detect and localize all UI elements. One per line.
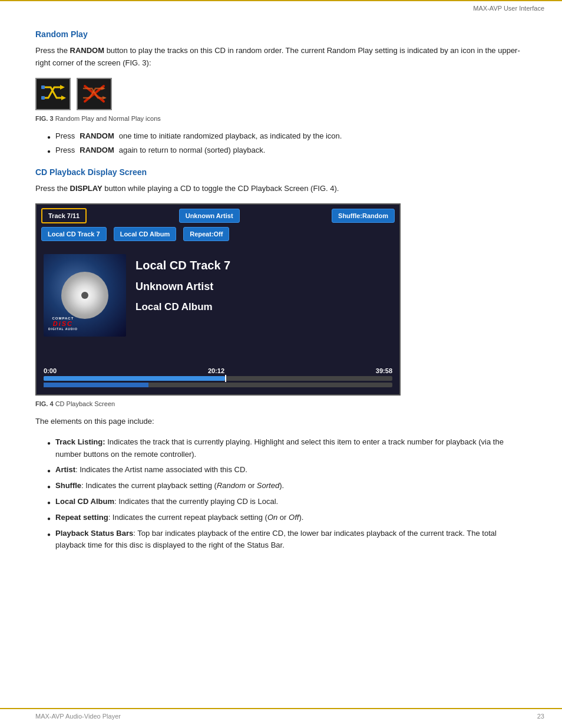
element-repeat: Repeat setting: Indicates the current re… [47,512,527,524]
section1-paragraph: Press the RANDOM button to play the trac… [35,45,527,70]
cd-second-bar: Local CD Track 7 Local CD Album Repeat:O… [37,227,399,245]
cd-progress-area: 0:00 20:12 39:58 [37,363,399,394]
random-play-bullets: Press RANDOM one time to initiate random… [47,130,527,157]
fig4-label: FIG. 4 [35,400,54,407]
repeat-button: Repeat:Off [183,227,229,241]
bullet-2: Press RANDOM again to return to normal (… [47,144,527,157]
track-button: Track 7/11 [41,208,87,223]
cd-progress-marker [225,375,226,382]
element-shuffle: Shuffle: Indicates the current playback … [47,480,527,492]
page-footer: MAX-AVP Audio-Video Player 23 [0,708,562,720]
cd-track-title: Local CD Track 7 [135,259,392,272]
cd-album-art: COMPACT DiSC DIGITAL AUDIO [44,254,126,337]
svg-rect-3 [41,85,45,89]
section1-heading: Random Play [35,29,527,39]
time-current: 20:12 [208,367,224,374]
section-cd-playback: CD Playback Display Screen Press the DIS… [35,167,527,552]
fig4-caption: FIG. 4 CD Playback Screen [35,400,527,407]
time-start: 0:00 [44,367,57,374]
header-title: MAX-AVP User Interface [473,5,544,12]
svg-rect-4 [41,96,45,100]
cd-top-bar: Track 7/11 Unknown Artist Shuffle:Random [37,205,399,227]
main-content: Random Play Press the RANDOM button to p… [0,0,562,591]
normal-play-icon [77,78,112,110]
cd-time-row: 0:00 20:12 39:58 [44,367,392,374]
element-playback-status: Playback Status Bars: Top bar indicates … [47,528,527,552]
icons-row [35,78,527,110]
section2-heading: CD Playback Display Screen [35,167,527,177]
top-border [0,0,562,1]
cd-progress-track-fill [44,383,148,387]
cd-progress-total-fill [44,376,225,381]
cd-screen: Track 7/11 Unknown Artist Shuffle:Random… [35,203,401,396]
artist-button: Unknown Artist [179,209,240,223]
fig3-text: Random Play and Normal Play icons [55,115,161,122]
cd-disc-label: COMPACT DiSC DIGITAL AUDIO [48,317,78,331]
element-artist: Artist: Indicates the Artist name associ… [47,464,527,476]
random-play-icon [35,78,71,110]
element-local-cd-album: Local CD Album: Indicates that the curre… [47,496,527,508]
fig4-text: CD Playback Screen [55,400,115,407]
elements-intro: The elements on this page include: [35,416,527,428]
fig3-label: FIG. 3 [35,115,54,122]
cd-progress-track [44,383,392,387]
cd-artist-name: Unknown Artist [135,281,392,293]
elements-list: Track Listing: Indicates the track that … [47,436,527,552]
footer-left: MAX-AVP Audio-Video Player [35,713,121,720]
page-header: MAX-AVP User Interface [473,5,544,12]
cd-album-name: Local CD Album [135,301,392,313]
section-random-play: Random Play Press the RANDOM button to p… [35,29,527,157]
shuffle-button: Shuffle:Random [332,209,395,223]
time-end: 39:58 [376,367,392,374]
section2-paragraph: Press the DISPLAY button while playing a… [35,183,527,195]
fig3-caption: FIG. 3 Random Play and Normal Play icons [35,115,527,122]
footer-right: 23 [537,713,544,720]
cd-progress-total [44,376,392,381]
cd-disc [61,272,108,319]
cd-info: Local CD Track 7 Unknown Artist Local CD… [135,254,392,353]
local-album-button: Local CD Album [114,227,177,241]
element-track-listing: Track Listing: Indicates the track that … [47,436,527,461]
cd-main-area: COMPACT DiSC DIGITAL AUDIO Local CD Trac… [37,245,399,363]
cd-disc-center [81,292,88,299]
bullet-1: Press RANDOM one time to initiate random… [47,130,527,143]
local-track-button: Local CD Track 7 [41,227,107,241]
